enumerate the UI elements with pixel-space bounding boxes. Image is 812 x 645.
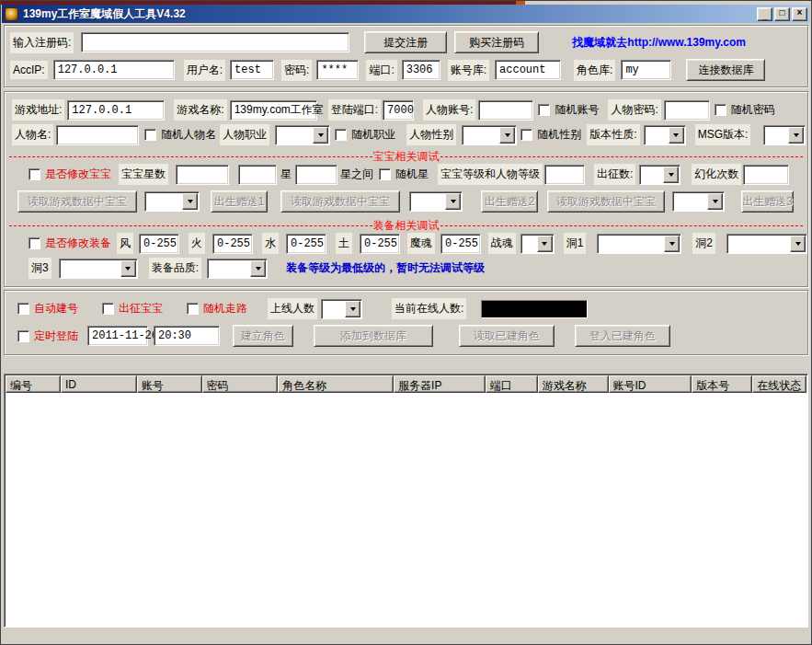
water-input[interactable]: 0-255 bbox=[286, 234, 326, 254]
column-header[interactable]: ID bbox=[61, 375, 137, 393]
dropdown-arrow-icon[interactable] bbox=[313, 127, 328, 144]
roles-table-body[interactable] bbox=[6, 393, 806, 626]
login-roles-button[interactable]: 登入已建角色 bbox=[575, 325, 670, 347]
maximize-button[interactable]: □ bbox=[774, 7, 790, 21]
login-time-input[interactable]: 20:30 bbox=[154, 326, 220, 346]
dropdown-arrow-icon[interactable] bbox=[790, 236, 806, 252]
column-header[interactable]: 编号 bbox=[6, 375, 61, 393]
version-type-select[interactable] bbox=[644, 125, 686, 145]
random-gender-checkbox[interactable] bbox=[520, 129, 532, 141]
pet-star-input-1[interactable] bbox=[176, 165, 229, 185]
run-actions-row: 定时登陆 2011-11-26 20:30 建立角色 添加到数据库 读取已建角色… bbox=[5, 325, 807, 347]
birth-gift-button-3[interactable]: 出生赠送3 bbox=[741, 190, 794, 213]
role-name-input[interactable] bbox=[56, 125, 139, 145]
modify-pet-checkbox[interactable] bbox=[29, 168, 40, 180]
column-header[interactable]: 版本号 bbox=[692, 375, 752, 393]
random-account-checkbox[interactable] bbox=[538, 104, 550, 116]
db-pwd-input[interactable]: **** bbox=[316, 60, 359, 80]
close-button[interactable]: × bbox=[792, 7, 807, 21]
earth-input[interactable]: 0-255 bbox=[360, 234, 400, 254]
pet-star-input-3[interactable] bbox=[295, 165, 337, 185]
create-role-button[interactable]: 建立角色 bbox=[233, 325, 293, 347]
read-pet-button-1[interactable]: 读取游戏数据中宝宝 bbox=[17, 190, 137, 213]
huanhua-input[interactable] bbox=[743, 165, 789, 185]
star-between-label: 星之间 bbox=[340, 167, 373, 182]
pet-gift-select-2[interactable] bbox=[409, 191, 463, 212]
read-roles-button[interactable]: 读取已建角色 bbox=[459, 325, 555, 347]
online-count-select[interactable] bbox=[321, 299, 362, 319]
db-port-input[interactable]: 3306 bbox=[402, 60, 440, 80]
column-header[interactable]: 服务器IP bbox=[394, 375, 486, 393]
website-link[interactable]: 找魔域就去http://www.139my.com bbox=[572, 35, 746, 51]
pet-star-input-2[interactable] bbox=[238, 165, 277, 185]
dropdown-arrow-icon[interactable] bbox=[537, 236, 553, 252]
column-header[interactable]: 账号 bbox=[137, 375, 202, 393]
warsoul-select[interactable] bbox=[520, 234, 555, 254]
dropdown-arrow-icon[interactable] bbox=[707, 193, 723, 210]
hole2-select[interactable] bbox=[726, 234, 807, 254]
birth-gift-button-2[interactable]: 出生赠送2 bbox=[481, 190, 538, 213]
role-gender-select[interactable] bbox=[462, 125, 517, 145]
birth-gift-button-1[interactable]: 出生赠送1 bbox=[211, 190, 268, 213]
timed-login-checkbox[interactable] bbox=[17, 330, 29, 342]
add-to-db-button[interactable]: 添加到数据库 bbox=[314, 325, 433, 347]
warsoul-label: 战魂 bbox=[488, 233, 516, 254]
role-account-input[interactable] bbox=[478, 100, 533, 121]
login-date-input[interactable]: 2011-11-26 bbox=[87, 326, 148, 346]
column-header[interactable]: 账号ID bbox=[609, 375, 692, 393]
register-code-input[interactable] bbox=[81, 32, 349, 52]
dropdown-arrow-icon[interactable] bbox=[445, 193, 461, 210]
dropdown-arrow-icon[interactable] bbox=[669, 127, 684, 144]
dropdown-arrow-icon[interactable] bbox=[663, 167, 679, 183]
random-password-checkbox[interactable] bbox=[715, 104, 726, 116]
auto-create-checkbox[interactable] bbox=[17, 303, 29, 315]
db-user-input[interactable]: test bbox=[230, 60, 274, 80]
hole3-select[interactable] bbox=[59, 259, 138, 279]
login-port-input[interactable]: 7000 bbox=[383, 100, 414, 121]
column-header[interactable]: 游戏名称 bbox=[538, 375, 609, 393]
pet-level-input[interactable] bbox=[544, 165, 585, 185]
dropdown-arrow-icon[interactable] bbox=[664, 236, 680, 252]
wind-input[interactable]: 0-255 bbox=[139, 234, 179, 254]
dropdown-arrow-icon[interactable] bbox=[345, 301, 360, 317]
random-name-checkbox[interactable] bbox=[144, 129, 156, 141]
hole1-select[interactable] bbox=[597, 234, 681, 254]
read-pet-button-3[interactable]: 读取游戏数据中宝宝 bbox=[547, 190, 665, 213]
account-db-input[interactable]: account bbox=[495, 60, 561, 80]
dropdown-arrow-icon[interactable] bbox=[250, 260, 266, 277]
game-addr-input[interactable]: 127.0.0.1 bbox=[67, 100, 165, 121]
accip-input[interactable]: 127.0.0.1 bbox=[53, 60, 175, 80]
pet-expedition-checkbox[interactable] bbox=[102, 303, 114, 315]
pet-gift-select-1[interactable] bbox=[144, 191, 200, 212]
connect-db-button[interactable]: 连接数据库 bbox=[686, 59, 765, 81]
random-walk-checkbox[interactable] bbox=[187, 303, 199, 315]
modify-equip-checkbox[interactable] bbox=[29, 237, 40, 249]
roles-table: 编号 ID 账号 密码 角色名称 服务器IP 端口 游戏名称 账号ID 版本号 … bbox=[4, 374, 808, 628]
role-password-input[interactable] bbox=[664, 100, 710, 121]
dropdown-arrow-icon[interactable] bbox=[182, 193, 198, 210]
dropdown-arrow-icon[interactable] bbox=[788, 127, 804, 144]
equip-quality-select[interactable] bbox=[207, 259, 268, 279]
dropdown-arrow-icon[interactable] bbox=[499, 127, 515, 144]
column-header[interactable]: 密码 bbox=[202, 375, 279, 393]
minimize-button[interactable]: _ bbox=[757, 7, 772, 21]
register-code-label: 输入注册码: bbox=[10, 32, 74, 53]
buy-register-button[interactable]: 购买注册码 bbox=[454, 31, 539, 53]
role-db-input[interactable]: my bbox=[621, 60, 671, 80]
random-star-checkbox[interactable] bbox=[379, 168, 391, 180]
read-pet-button-2[interactable]: 读取游戏数据中宝宝 bbox=[280, 190, 400, 213]
dropdown-arrow-icon[interactable] bbox=[120, 260, 136, 277]
fire-input[interactable]: 0-255 bbox=[212, 234, 253, 254]
msg-version-select[interactable] bbox=[763, 125, 806, 145]
role-job-select[interactable] bbox=[275, 125, 330, 145]
titlebar: 139my工作室魔域假人工具V4.32 _ □ × bbox=[2, 5, 810, 23]
random-job-checkbox[interactable] bbox=[335, 129, 347, 141]
mosoul-input[interactable]: 0-255 bbox=[440, 234, 481, 254]
column-header[interactable]: 端口 bbox=[486, 375, 538, 393]
column-header[interactable]: 角色名称 bbox=[278, 375, 394, 393]
expedition-count-select[interactable] bbox=[639, 165, 680, 185]
submit-register-button[interactable]: 提交注册 bbox=[364, 31, 447, 53]
column-header[interactable]: 在线状态 bbox=[752, 375, 806, 393]
pet-gift-select-3[interactable] bbox=[672, 191, 725, 212]
game-name-input[interactable]: 139my.com工作室 bbox=[230, 100, 317, 121]
